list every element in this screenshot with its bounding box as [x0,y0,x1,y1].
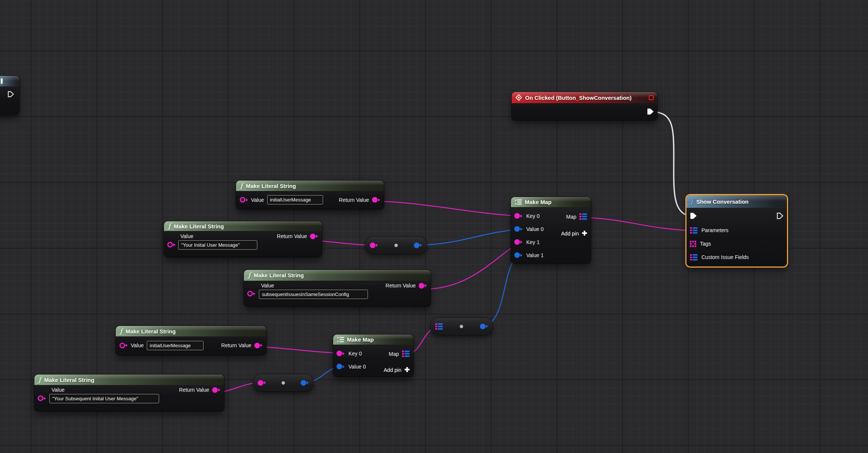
key0-pin[interactable] [514,213,523,219]
function-icon: ƒ [248,272,251,279]
function-icon: ƒ [240,182,243,189]
value-label: Value [261,283,274,289]
node-clipped-header [0,76,19,86]
node-title: Make Literal String [174,223,224,229]
key1-pin[interactable] [514,239,523,245]
string-value-input[interactable] [178,240,257,250]
node-title: Make Literal String [125,328,176,335]
value-in-pin[interactable] [120,343,128,348]
map-pin-icon[interactable] [690,227,698,234]
value0-pin[interactable] [337,364,345,369]
function-icon: ƒ [168,223,171,230]
value-label: Value [52,387,65,393]
pin-label-tags: Tags [700,241,711,247]
node-title: On Clicked (Button_ShowConversation) [525,95,632,101]
string-value-input[interactable] [147,341,204,350]
exec-in-pin[interactable] [690,212,697,219]
event-diamond-icon [515,94,522,101]
pill-out-pin[interactable] [301,380,309,386]
function-icon: ƒ [120,328,123,335]
node-make-literal-string-2[interactable]: ƒ Make Literal String Value Return Value [164,221,322,257]
pin-label-parameters: Parameters [701,227,728,233]
value-label: Value [180,233,193,239]
map-out-pin-icon[interactable] [579,213,587,220]
add-pin-button[interactable]: Add pin ✚ [561,230,587,237]
value-label: Value [131,342,144,348]
map-header-icon [515,199,522,205]
show-conversation-header: ƒ Show Conversation [686,195,787,208]
return-value-pin[interactable] [372,197,380,203]
function-icon: ƒ [38,376,41,383]
make-map-header: Make Map [333,335,413,345]
value0-pin[interactable] [514,226,523,232]
conversion-pill-string-to-value-1[interactable] [365,237,427,254]
return-value-pin[interactable] [419,283,427,289]
make-literal-string-header: ƒ Make Literal String [34,375,224,385]
node-make-map-bottom[interactable]: Make Map Key 0 Value 0 Map Add pin ✚ [333,335,413,377]
value1-pin[interactable] [514,252,523,258]
add-pin-label: Add pin [561,231,579,237]
node-make-literal-string-5[interactable]: ƒ Make Literal String Value Return Value [34,375,224,411]
node-show-conversation[interactable]: ƒ Show Conversation Parameters Tags Cust… [686,195,787,266]
return-value-pin[interactable] [310,234,318,239]
value-in-pin[interactable] [167,242,176,247]
node-title: Make Literal String [254,272,304,278]
node-title: Show Conversation [696,198,748,205]
node-title: Make Map [525,199,552,205]
value-in-pin[interactable] [240,197,248,203]
pin-label-key0: Key 0 [348,351,362,357]
return-value-pin[interactable] [254,343,263,348]
conversion-pill-map-to-value[interactable] [430,318,493,335]
function-icon: ƒ [690,198,693,205]
string-value-input[interactable] [49,394,159,403]
conversion-dot-icon [282,381,285,385]
make-map-header: Make Map [511,197,591,207]
return-value-label: Return Value [179,387,209,393]
make-literal-string-header: ƒ Make Literal String [116,326,266,336]
return-value-pin[interactable] [212,387,220,393]
pin-label-custom-issue-fields: Custom Issue Fields [701,254,749,260]
conversion-pill-string-to-value-2[interactable] [253,374,314,391]
key0-pin[interactable] [337,351,345,356]
exec-out-pin[interactable] [7,91,14,98]
node-title: Make Literal String [44,377,94,383]
node-make-literal-string-4[interactable]: ƒ Make Literal String Value Return Value [116,326,266,355]
add-pin-button[interactable]: Add pin ✚ [384,367,410,373]
string-value-input[interactable] [267,195,323,204]
node-title: Make Literal String [246,183,296,189]
node-clipped-left[interactable] [0,76,19,115]
pin-label-value0: Value 0 [526,226,543,232]
make-literal-string-header: ƒ Make Literal String [164,221,322,231]
map-pin-icon[interactable] [690,254,698,261]
plus-icon: ✚ [404,367,410,373]
string-value-input[interactable] [259,290,368,299]
map-out-pin-icon[interactable] [402,351,410,357]
make-literal-string-header: ƒ Make Literal String [236,181,384,191]
pin-label-map-out: Map [566,214,576,220]
map-in-pin-icon[interactable] [435,323,443,330]
node-title: Make Map [347,336,374,343]
conversion-dot-icon [460,325,463,328]
add-pin-label: Add pin [384,367,401,373]
exec-out-pin[interactable] [776,212,784,219]
pill-in-pin[interactable] [370,243,378,248]
return-value-label: Return Value [339,197,369,203]
on-clicked-header: On Clicked (Button_ShowConversation) [512,92,657,103]
return-value-label: Return Value [277,233,307,239]
node-make-map-top[interactable]: Make Map Key 0 Value 0 Key 1 Value 1 Map… [511,197,591,264]
plus-icon: ✚ [582,230,587,237]
delegate-square-pin[interactable] [649,95,654,100]
node-make-literal-string-3[interactable]: ƒ Make Literal String Value Return Value [244,270,431,306]
value-in-pin[interactable] [247,291,255,296]
node-make-literal-string-1[interactable]: ƒ Make Literal String Value Return Value [236,181,384,209]
pill-in-pin[interactable] [258,380,266,386]
pill-out-pin[interactable] [480,324,488,329]
set-pin-icon[interactable] [690,241,696,247]
conversion-dot-icon [394,244,398,247]
pin-label-value1: Value 1 [526,252,543,258]
node-on-clicked[interactable]: On Clicked (Button_ShowConversation) [512,92,657,120]
exec-out-pin[interactable] [647,108,654,115]
map-header-icon [337,337,344,342]
pill-out-pin[interactable] [414,243,422,248]
value-in-pin[interactable] [38,395,46,401]
